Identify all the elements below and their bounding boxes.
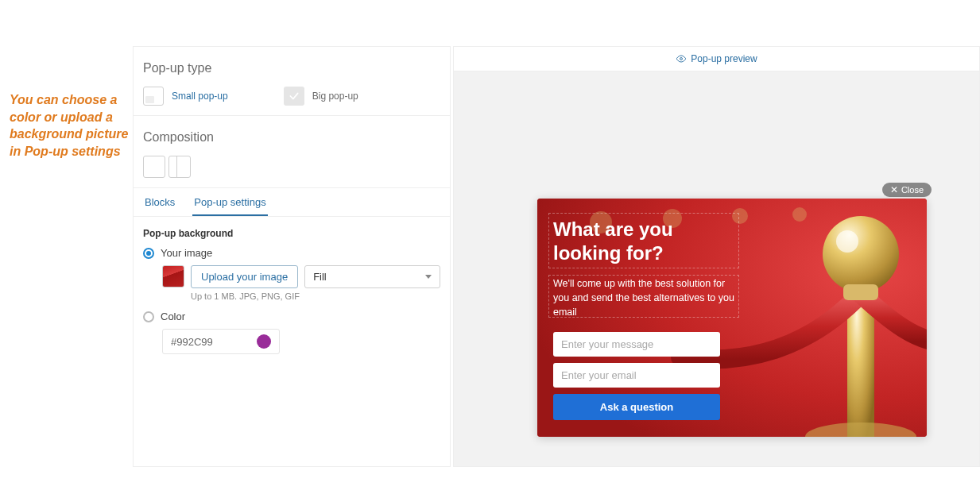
big-popup-icon: [284, 87, 304, 106]
big-popup-label: Big pop-up: [312, 91, 358, 102]
popup-email-input[interactable]: [553, 363, 720, 388]
color-hex-value: #992C99: [171, 336, 249, 348]
popup-type-big[interactable]: Big pop-up: [284, 87, 358, 106]
composition-option-full[interactable]: [143, 156, 165, 178]
svg-point-5: [792, 207, 807, 222]
svg-point-0: [680, 58, 683, 60]
radio-color-label: Color: [161, 311, 185, 322]
popup-heading: What are you looking for?: [553, 218, 736, 265]
fill-mode-value: Fill: [313, 271, 327, 283]
composition-title: Composition: [143, 130, 440, 145]
small-popup-label: Small pop-up: [172, 91, 228, 102]
bg-option-image[interactable]: Your image: [143, 247, 440, 259]
bg-option-color[interactable]: Color: [143, 311, 440, 322]
preview-header-label: Pop-up preview: [691, 53, 757, 64]
color-swatch: [257, 334, 271, 349]
popup-background-heading: Pop-up background: [143, 228, 440, 239]
popup-message-input[interactable]: [553, 332, 720, 357]
composition-section: Composition: [134, 116, 450, 188]
radio-image-label: Your image: [161, 247, 212, 259]
color-input[interactable]: #992C99: [162, 329, 280, 354]
popup-subtext: We'll come up with the best solution for…: [553, 276, 736, 319]
upload-hint: Up to 1 MB. JPG, PNG, GIF: [191, 291, 440, 301]
svg-point-9: [836, 230, 858, 253]
settings-tabs: Blocks Pop-up settings: [134, 188, 450, 217]
radio-color[interactable]: [143, 311, 154, 322]
preview-panel: Pop-up preview ✕ Close: [453, 46, 980, 467]
eye-icon: [676, 53, 687, 64]
tab-blocks[interactable]: Blocks: [143, 188, 176, 216]
close-icon: ✕: [890, 185, 898, 195]
popup-type-section: Pop-up type Small pop-up Big pop-up: [134, 47, 450, 116]
svg-point-8: [823, 216, 899, 292]
composition-option-split[interactable]: [168, 156, 191, 178]
close-label: Close: [901, 185, 924, 195]
radio-image[interactable]: [143, 248, 154, 259]
upload-image-button[interactable]: Upload your image: [191, 265, 298, 288]
settings-panel: Pop-up type Small pop-up Big pop-up Comp…: [133, 46, 451, 467]
popup-type-small[interactable]: Small pop-up: [143, 87, 228, 106]
image-thumbnail[interactable]: [162, 265, 184, 287]
svg-rect-10: [843, 284, 878, 300]
tab-popup-settings[interactable]: Pop-up settings: [192, 188, 267, 216]
popup-type-title: Pop-up type: [143, 61, 440, 75]
popup-submit-button[interactable]: Ask a question: [553, 394, 720, 420]
small-popup-icon: [143, 87, 164, 106]
preview-body: ✕ Close: [454, 71, 979, 466]
preview-header: Pop-up preview: [454, 47, 979, 71]
annotation-text: You can choose a color or upload a backg…: [10, 91, 137, 160]
popup-preview: What are you looking for? We'll come up …: [537, 199, 927, 437]
fill-mode-select[interactable]: Fill: [304, 265, 440, 288]
close-button[interactable]: ✕ Close: [882, 183, 932, 197]
chevron-down-icon: [425, 275, 432, 279]
